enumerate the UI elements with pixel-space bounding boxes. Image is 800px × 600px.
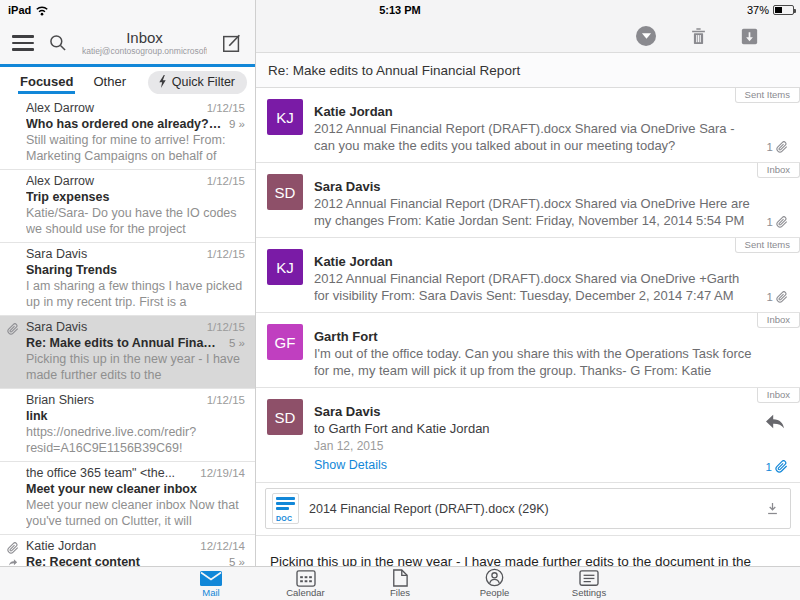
tab-people[interactable]: People — [464, 568, 526, 598]
show-details-link[interactable]: Show Details — [314, 456, 387, 474]
message-sender: Katie Jordan — [314, 103, 754, 120]
tab-files[interactable]: Files — [369, 569, 431, 598]
thread-message[interactable]: Sent Items KJ Katie Jordan 2012 Annual F… — [256, 238, 800, 313]
tab-other[interactable]: Other — [87, 70, 132, 94]
list-item-selected[interactable]: Sara Davis1/12/15 Re: Make edits to Annu… — [0, 316, 255, 389]
avatar: SD — [267, 399, 303, 435]
tab-mail[interactable]: Mail — [180, 570, 242, 598]
item-subject: Re: Make edits to Annual Financial... — [26, 335, 223, 351]
item-sender: Katie Jordan — [26, 539, 194, 554]
attachment-count: 1 — [766, 460, 788, 473]
item-date: 1/12/15 — [207, 247, 245, 262]
outlook-app: iPad 5:13 PM 37% Inbox ka — [0, 0, 800, 600]
list-item[interactable]: the office 365 team" <the...12/19/14 Mee… — [0, 462, 255, 535]
avatar: KJ — [267, 249, 303, 285]
delete-button[interactable] — [690, 27, 707, 46]
item-preview: Katie/Sara- Do you have the IO codes we … — [26, 205, 245, 237]
item-subject: Meet your new cleaner inbox — [26, 481, 245, 497]
chevron-down-circle-icon — [636, 26, 656, 46]
compose-icon[interactable] — [221, 32, 243, 54]
download-icon[interactable] — [765, 501, 780, 516]
item-date: 1/12/15 — [207, 174, 245, 189]
attachment-count: 1 — [767, 216, 788, 228]
account-email: katiej@contosogroup.onmicrosoft.com — [82, 47, 207, 56]
clock: 5:13 PM — [0, 4, 800, 16]
mail-list-pane: Inbox katiej@contosogroup.onmicrosoft.co… — [0, 0, 256, 566]
archive-icon — [741, 28, 758, 45]
tab-label: Calendar — [286, 587, 325, 598]
doc-file-icon: DOC — [272, 493, 299, 524]
item-preview: Still waiting for mine to arrive! From: … — [26, 132, 245, 164]
list-item[interactable]: Sara Davis1/12/15 Sharing Trends I am sh… — [0, 243, 255, 316]
reply-icon[interactable] — [764, 412, 786, 430]
message-preview: 2012 Annual Financial Report (DRAFT).doc… — [314, 195, 754, 229]
attachment-icon — [776, 291, 788, 303]
message-recipients: to Garth Fort and Katie Jordan — [314, 420, 754, 438]
list-item[interactable]: Katie Jordan12/12/14 Re: Recent content5… — [0, 535, 255, 566]
more-actions-button[interactable] — [636, 26, 656, 46]
attachment-count: 1 — [767, 291, 788, 303]
quick-filter-button[interactable]: Quick Filter — [148, 71, 247, 94]
attachment-icon — [7, 323, 19, 335]
message-preview: 2012 Annual Financial Report (DRAFT).doc… — [314, 270, 754, 304]
tab-focused[interactable]: Focused — [14, 70, 79, 94]
archive-button[interactable] — [741, 28, 758, 45]
tab-settings[interactable]: Settings — [558, 569, 620, 598]
filter-tabs: Focused Other Quick Filter — [0, 67, 255, 97]
item-preview: https://onedrive.live.com/redir?resid=A1… — [26, 424, 245, 456]
item-sender: Sara Davis — [26, 320, 201, 335]
thread-message[interactable]: Sent Items KJ Katie Jordan 2012 Annual F… — [256, 88, 800, 163]
list-item[interactable]: Brian Shiers1/12/15 link https://onedriv… — [0, 389, 255, 462]
avatar: KJ — [267, 99, 303, 135]
folder-badge: Sent Items — [735, 88, 800, 103]
attachment-icon — [776, 141, 788, 153]
list-item[interactable]: Alex Darrow1/12/15 Trip expenses Katie/S… — [0, 170, 255, 243]
item-sender: the office 365 team" <the... — [26, 466, 194, 481]
message-sender: Sara Davis — [314, 403, 754, 420]
list-item[interactable]: Alex Darrow1/12/15 Who has ordered one a… — [0, 97, 255, 170]
reading-pane: Re: Make edits to Annual Financial Repor… — [256, 0, 800, 566]
body-paragraph: Picking this up in the new year - I have… — [270, 552, 786, 566]
thread-message[interactable]: Inbox GF Garth Fort I'm out of the offic… — [256, 313, 800, 388]
message-preview: 2012 Annual Financial Report (DRAFT).doc… — [314, 120, 754, 154]
folder-badge: Inbox — [757, 163, 800, 178]
item-date: 1/12/15 — [207, 101, 245, 116]
folder-title-block[interactable]: Inbox katiej@contosogroup.onmicrosoft.co… — [82, 30, 207, 57]
trash-icon — [690, 27, 707, 46]
message-sender: Sara Davis — [314, 178, 754, 195]
item-subject: link — [26, 408, 245, 424]
item-sender: Sara Davis — [26, 247, 201, 262]
status-bar: iPad 5:13 PM 37% — [0, 0, 800, 20]
item-date: 12/19/14 — [200, 466, 245, 481]
item-date: 1/12/15 — [207, 393, 245, 408]
item-subject: Who has ordered one already? I ca... — [26, 116, 223, 132]
tab-label: Mail — [202, 587, 219, 598]
attachment-icon — [7, 542, 19, 554]
battery-icon — [773, 5, 794, 15]
item-preview: Meet your new cleaner inbox Now that you… — [26, 497, 245, 529]
attachment-icon — [775, 460, 788, 473]
avatar: GF — [267, 324, 303, 360]
attachment-card[interactable]: DOC 2014 Financial Report (DRAFT).docx (… — [265, 488, 791, 529]
folder-badge: Inbox — [757, 313, 800, 328]
thread-subject: Re: Make edits to Annual Financial Repor… — [256, 52, 800, 88]
settings-icon — [579, 569, 599, 587]
search-icon[interactable] — [48, 33, 68, 53]
item-subject: Trip expenses — [26, 189, 245, 205]
forward-icon — [7, 557, 19, 566]
mail-icon — [199, 570, 223, 587]
folder-badge: Inbox — [757, 388, 800, 403]
thread-message[interactable]: Inbox SD Sara Davis 2012 Annual Financia… — [256, 163, 800, 238]
tab-label: People — [480, 587, 510, 598]
attachment-section: DOC 2014 Financial Report (DRAFT).docx (… — [256, 483, 800, 536]
app-tab-bar: Mail Calendar Files — [0, 566, 800, 600]
people-icon — [485, 568, 504, 587]
files-icon — [392, 569, 408, 587]
thread-message-expanded[interactable]: Inbox SD Sara Davis to Garth Fort and Ka… — [256, 388, 800, 483]
item-sender: Alex Darrow — [26, 174, 201, 189]
menu-icon[interactable] — [12, 35, 34, 51]
tab-calendar[interactable]: Calendar — [275, 569, 337, 598]
tab-label: Files — [390, 587, 410, 598]
attachment-name: 2014 Financial Report (DRAFT).docx (29K) — [309, 502, 755, 516]
item-thread-count: 9 » — [229, 116, 245, 132]
